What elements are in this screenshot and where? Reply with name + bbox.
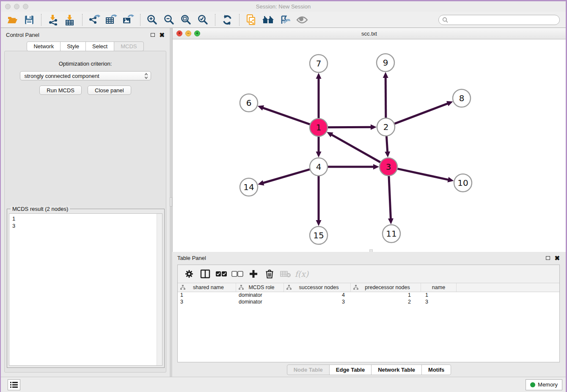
tab-motifs[interactable]: Motifs [421,364,451,375]
tab-network-table[interactable]: Network Table [371,364,422,375]
tab-node-table[interactable]: Node Table [287,364,330,375]
export-image-icon[interactable] [121,14,135,26]
zoom-fit-icon[interactable] [179,14,193,26]
export-table-icon[interactable] [104,14,118,26]
graph-node-label: 4 [316,162,322,172]
graph-node-label: 7 [316,58,322,69]
graph-edge-2-9[interactable] [385,77,386,118]
table-row[interactable]: 3 dominator 3 2 3 [178,299,559,306]
deselect-all-checkboxes-icon[interactable] [230,268,245,280]
toolbar-separator [82,14,83,26]
column-name[interactable]: name [421,283,457,292]
close-table-panel-icon[interactable]: ✖ [554,255,560,261]
graph-node-label: 11 [386,229,396,239]
hide-graphics-details-icon[interactable] [278,14,292,26]
hierarchy-icon [239,285,244,290]
result-scrollbar[interactable] [157,214,162,365]
close-window-button[interactable] [5,4,11,9]
minimize-window-button[interactable] [14,4,19,9]
table-panel-header: Table Panel ✖ [172,252,566,264]
network-canvas[interactable]: 7968124314101511 [173,39,566,254]
graph-edge-4-14[interactable] [263,169,310,183]
graph-node-label: 8 [459,93,465,103]
graph-edge-1-6[interactable] [262,108,310,124]
network-graph[interactable]: 7968124314101511 [173,39,567,252]
home-layout-icon[interactable] [261,14,275,26]
task-history-button[interactable] [8,379,20,390]
refresh-layout-icon[interactable] [220,14,234,26]
network-minimize-button[interactable]: – [185,30,191,36]
delete-row-trash-icon[interactable] [262,268,277,280]
settings-gear-icon[interactable] [182,268,196,280]
graph-edge-2-8[interactable] [395,103,449,124]
search-input[interactable] [450,17,556,23]
right-column: × – + scc.txt 7968124314101511 Table Pan… [172,28,566,377]
float-panel-icon[interactable] [151,33,155,37]
zoom-out-icon[interactable] [162,14,176,26]
tab-style[interactable]: Style [60,41,86,51]
graph-node-label: 15 [313,230,324,240]
memory-status-icon [530,382,535,387]
select-all-checkboxes-icon[interactable] [214,268,228,280]
graph-edge-1-2[interactable] [328,127,372,127]
graph-node-label: 2 [383,122,389,132]
criterion-selected-value: strongly connected component [25,73,144,79]
import-network-icon[interactable] [46,14,61,26]
tab-select[interactable]: Select [85,41,114,51]
tab-mcds[interactable]: MCDS [114,41,143,51]
search-icon [442,17,448,23]
toolbar-separator [239,14,239,26]
column-shared-name[interactable]: shared name [178,283,236,292]
table-row[interactable]: 1 dominator 4 1 1 [178,292,559,299]
export-network-icon[interactable] [87,14,102,26]
close-panel-button[interactable]: Close panel [88,86,131,95]
splitter-grip[interactable] [170,197,172,207]
mcds-panel-content: Optimization criterion: strongly connect… [4,51,166,373]
graph-edge-3-1[interactable] [331,135,380,163]
add-row-icon[interactable] [246,268,261,280]
optimization-criterion-label: Optimization criterion: [5,61,166,67]
column-view-icon[interactable] [198,268,212,280]
duplicate-network-icon[interactable] [244,14,259,26]
toolbar-separator [140,14,140,26]
zoom-in-icon[interactable] [145,14,160,26]
graph-edge-arrowhead [371,124,377,130]
tab-network[interactable]: Network [27,41,61,51]
tab-edge-table[interactable]: Edge Table [329,364,372,375]
control-panel-header: Control Panel ✖ [1,28,170,41]
import-table-icon[interactable] [63,14,77,26]
graph-node-label: 10 [457,178,468,188]
mcds-buttons: Run MCDS Close panel [5,86,166,95]
mcds-result-lines: 1 3 [9,214,157,365]
graph-edge-3-11[interactable] [389,176,391,219]
close-panel-icon[interactable]: ✖ [159,32,165,38]
graph-edge-arrowhead [446,101,453,106]
save-session-icon[interactable] [22,14,36,26]
memory-button[interactable]: Memory [526,379,562,390]
network-close-button[interactable]: × [176,30,182,36]
delete-table-icon[interactable] [278,268,293,280]
function-builder-icon: f(x) [295,268,309,280]
search-field[interactable] [438,15,560,25]
zoom-selected-icon[interactable] [196,14,210,26]
float-table-panel-icon[interactable] [546,256,550,260]
column-predecessor-nodes[interactable]: predecessor nodes [351,283,421,292]
mcds-result-box: MCDS result (2 nodes) 1 3 [7,209,165,368]
network-window-titlebar[interactable]: × – + scc.txt [173,28,566,39]
network-window-controls: × – + [176,30,200,36]
graph-edge-arrowhead [385,152,390,157]
maximize-window-button[interactable] [23,4,28,9]
column-successor-nodes[interactable]: successor nodes [284,283,351,292]
graph-edge-arrowhead [258,105,264,110]
column-mcds-role[interactable]: MCDS role [236,283,284,292]
network-maximize-button[interactable]: + [194,30,200,36]
table-empty-area [178,306,559,362]
graph-edge-2-3[interactable] [386,136,387,152]
criterion-select[interactable]: strongly connected component [20,71,151,80]
select-stepper-icon [144,73,148,79]
run-mcds-button[interactable]: Run MCDS [39,86,82,95]
graph-edge-3-10[interactable] [398,169,449,180]
open-session-icon[interactable] [5,14,19,26]
show-graphics-details-icon[interactable] [295,14,309,26]
hierarchy-icon [353,285,358,290]
